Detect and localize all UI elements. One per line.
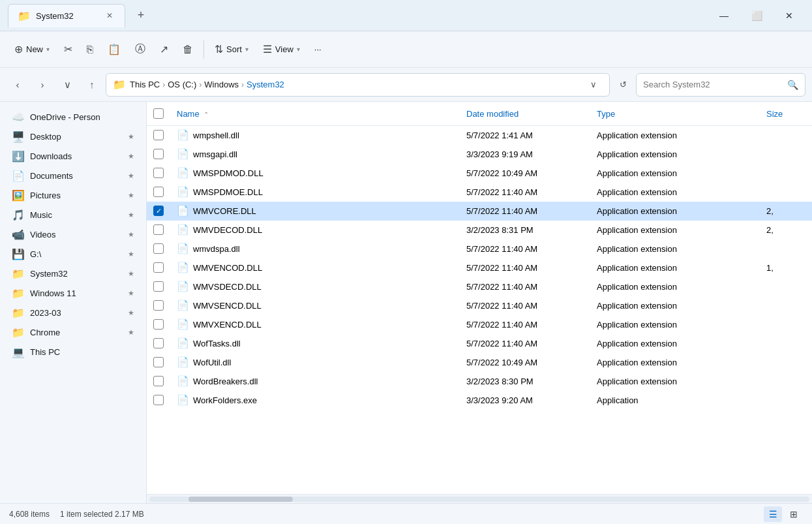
close-button[interactable]: ✕ [774, 5, 804, 26]
row-checkbox-2[interactable] [147, 164, 170, 181]
row-checkbox-7[interactable] [147, 259, 170, 276]
row-checkbox-5[interactable] [147, 221, 170, 238]
checkbox-0[interactable] [153, 130, 164, 140]
recent-button[interactable]: ∨ [56, 74, 78, 96]
checkbox-6[interactable] [153, 243, 164, 254]
table-row[interactable]: 📄 WMVXENCD.DLL 5/7/2022 11:40 AM Applica… [147, 315, 812, 334]
table-row[interactable]: 📄 wmpshell.dll 5/7/2022 1:41 AM Applicat… [147, 126, 812, 145]
header-date[interactable]: Date modified [460, 105, 590, 123]
header-checkbox[interactable] [147, 104, 170, 123]
tab-system32[interactable]: 📁 System32 ✕ [8, 4, 125, 27]
refresh-button[interactable]: ↺ [612, 74, 633, 95]
row-checkbox-10[interactable] [147, 316, 170, 333]
row-checkbox-14[interactable] [147, 392, 170, 408]
checkbox-4[interactable]: ✓ [153, 206, 164, 216]
horizontal-scrollbar[interactable] [147, 494, 812, 503]
sidebar-label-onedrive: OneDrive - Person [30, 112, 100, 122]
breadcrumb-sep-1: › [162, 80, 165, 89]
checkbox-7[interactable] [153, 262, 164, 273]
table-row[interactable]: 📄 WofUtil.dll 5/7/2022 10:49 AM Applicat… [147, 353, 812, 372]
header-type[interactable]: Type [590, 105, 760, 123]
table-row[interactable]: 📄 WMSPDMOE.DLL 5/7/2022 11:40 AM Applica… [147, 183, 812, 202]
cut-button[interactable]: ✂ [57, 37, 79, 62]
new-button[interactable]: ⊕ New ▾ [8, 37, 56, 62]
row-checkbox-4[interactable]: ✓ [147, 202, 170, 219]
sidebar-item-downloads[interactable]: ⬇️ Downloads ★ [4, 147, 142, 166]
sidebar-item-system32[interactable]: 📁 System32 ★ [4, 264, 142, 283]
table-row[interactable]: 📄 WMVDECOD.DLL 3/2/2023 8:31 PM Applicat… [147, 221, 812, 239]
address-input[interactable]: 📁 This PC › OS (C:) › Windows › System32… [106, 73, 610, 97]
view-button[interactable]: ☰ View ▾ [256, 37, 307, 62]
table-row[interactable]: 📄 WMVSENCD.DLL 5/7/2022 11:40 AM Applica… [147, 296, 812, 315]
table-row[interactable]: 📄 WMVENCOD.DLL 5/7/2022 11:40 AM Applica… [147, 258, 812, 277]
row-checkbox-8[interactable] [147, 278, 170, 295]
up-button[interactable]: ↑ [81, 74, 103, 96]
delete-button[interactable]: 🗑 [176, 37, 200, 62]
checkbox-2[interactable] [153, 168, 164, 178]
table-row[interactable]: 📄 WorkFolders.exe 3/3/2023 9:20 AM Appli… [147, 391, 812, 410]
sidebar-item-chrome[interactable]: 📁 Chrome ★ [4, 323, 142, 342]
row-checkbox-12[interactable] [147, 354, 170, 371]
rename-button[interactable]: Ⓐ [128, 37, 152, 62]
search-box[interactable]: 🔍 [636, 73, 805, 97]
table-row[interactable]: ✓ 📄 WMVCORE.DLL 5/7/2022 11:40 AM Applic… [147, 202, 812, 221]
header-size[interactable]: Size [760, 105, 812, 123]
checkbox-3[interactable] [153, 187, 164, 197]
table-row[interactable]: 📄 WofTasks.dll 5/7/2022 11:40 AM Applica… [147, 334, 812, 353]
checkbox-12[interactable] [153, 357, 164, 367]
copy-button[interactable]: ⎘ [80, 37, 100, 62]
table-row[interactable]: 📄 wmsgapi.dll 3/3/2023 9:19 AM Applicati… [147, 145, 812, 164]
row-checkbox-11[interactable] [147, 335, 170, 352]
sidebar-item-documents[interactable]: 📄 Documents ★ [4, 166, 142, 185]
breadcrumb-windows[interactable]: Windows [204, 80, 239, 89]
search-input[interactable] [643, 80, 783, 89]
checkbox-11[interactable] [153, 338, 164, 348]
minimize-button[interactable]: — [709, 5, 739, 26]
maximize-button[interactable]: ⬜ [742, 5, 772, 26]
row-checkbox-9[interactable] [147, 297, 170, 314]
table-row[interactable]: 📄 WMSPDMOD.DLL 5/7/2022 10:49 AM Applica… [147, 164, 812, 183]
breadcrumb-thispc[interactable]: This PC [130, 80, 160, 89]
select-all-checkbox[interactable] [153, 108, 164, 119]
header-name[interactable]: Name ⌃ [170, 105, 460, 123]
sidebar-item-videos[interactable]: 📹 Videos ★ [4, 225, 142, 244]
checkbox-8[interactable] [153, 281, 164, 292]
more-options-button[interactable]: ··· [308, 37, 328, 62]
checkbox-13[interactable] [153, 376, 164, 386]
details-view-button[interactable]: ☰ [764, 506, 782, 522]
sort-button[interactable]: ⇅ Sort ▾ [208, 37, 255, 62]
checkbox-5[interactable] [153, 224, 164, 235]
breadcrumb-system32[interactable]: System32 [247, 80, 284, 89]
paste-button[interactable]: 📋 [101, 37, 127, 62]
checkbox-14[interactable] [153, 395, 164, 405]
forward-button[interactable]: › [31, 74, 53, 96]
table-row[interactable]: 📄 WordBreakers.dll 3/2/2023 8:30 PM Appl… [147, 372, 812, 391]
new-tab-button[interactable]: + [130, 5, 151, 26]
table-row[interactable]: 📄 wmvdspa.dll 5/7/2022 11:40 AM Applicat… [147, 239, 812, 258]
scrollbar-thumb[interactable] [188, 497, 293, 502]
checkbox-1[interactable] [153, 149, 164, 159]
file-name-cell-13: 📄 WordBreakers.dll [170, 372, 460, 390]
table-row[interactable]: 📄 WMVSDECD.DLL 5/7/2022 11:40 AM Applica… [147, 277, 812, 296]
checkbox-10[interactable] [153, 319, 164, 330]
row-checkbox-6[interactable] [147, 240, 170, 257]
sidebar-item-g-drive[interactable]: 💾 G:\ ★ [4, 245, 142, 264]
back-button[interactable]: ‹ [7, 74, 29, 96]
row-checkbox-0[interactable] [147, 127, 170, 144]
sidebar-item-onedrive[interactable]: ☁️ OneDrive - Person [4, 108, 142, 127]
sidebar-item-desktop[interactable]: 🖥️ Desktop ★ [4, 127, 142, 146]
share-button[interactable]: ↗ [153, 37, 175, 62]
checkbox-9[interactable] [153, 300, 164, 311]
sidebar-item-music[interactable]: 🎵 Music ★ [4, 206, 142, 224]
row-checkbox-13[interactable] [147, 373, 170, 390]
breadcrumb-osc[interactable]: OS (C:) [168, 80, 196, 89]
row-checkbox-1[interactable] [147, 146, 170, 162]
address-dropdown-button[interactable]: ∨ [584, 76, 603, 94]
large-icons-view-button[interactable]: ⊞ [785, 506, 803, 522]
tab-close-button[interactable]: ✕ [104, 10, 115, 22]
row-checkbox-3[interactable] [147, 183, 170, 200]
sidebar-item-windows11[interactable]: 📁 Windows 11 ★ [4, 284, 142, 303]
sidebar-item-pictures[interactable]: 🖼️ Pictures ★ [4, 186, 142, 205]
sidebar-item-2023-03[interactable]: 📁 2023-03 ★ [4, 303, 142, 322]
sidebar-item-this-pc[interactable]: 💻 This PC [4, 343, 142, 362]
